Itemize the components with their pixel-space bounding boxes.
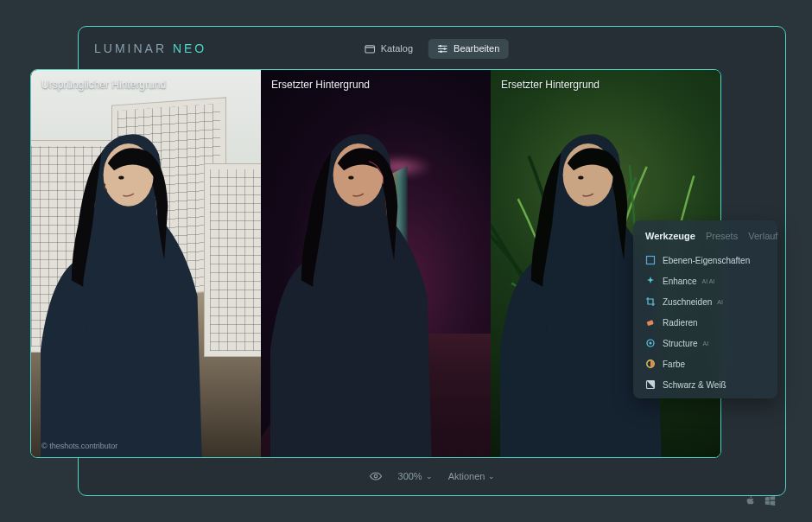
comparison-canvas: Ursprünglicher Hintergrund © theshots.co… [30, 69, 721, 458]
tool-label: Ebenen-Eigenschaften [663, 256, 750, 265]
panel-original: Ursprünglicher Hintergrund © theshots.co… [31, 70, 261, 457]
tools-panel: Werkzeuge Presets Verlauf Ebenen-Eigensc… [633, 220, 777, 398]
svg-point-6 [118, 175, 124, 179]
tool-label: Schwarz & Weiß [663, 380, 726, 390]
apple-icon [745, 494, 756, 510]
zoom-control[interactable]: 300% ⌄ [398, 471, 433, 481]
svg-point-10 [578, 175, 583, 179]
app-logo: LUMINAR NEO [94, 41, 206, 55]
tool-bw[interactable]: Schwarz & Weiß [633, 374, 777, 395]
actions-menu[interactable]: Aktionen ⌄ [448, 471, 496, 481]
folder-icon [365, 43, 376, 54]
tab-edit[interactable]: Bearbeiten [428, 39, 508, 59]
subject-person [270, 101, 449, 457]
color-icon [645, 359, 656, 369]
os-compatibility-icons [745, 494, 776, 510]
ai-badge: AI AI [701, 278, 714, 284]
actions-label: Aktionen [448, 471, 485, 481]
mode-tabs: Katalog Bearbeiten [356, 39, 509, 59]
tab-catalog-label: Katalog [381, 43, 413, 54]
logo-subbrand: NEO [173, 41, 206, 55]
windows-icon [764, 494, 776, 510]
ai-badge: AI [703, 341, 709, 347]
tools-tab-tools[interactable]: Werkzeuge [645, 231, 695, 241]
svg-point-2 [444, 48, 447, 50]
structure-icon [645, 338, 656, 348]
tool-label: Radieren [663, 318, 698, 328]
sliders-icon [437, 43, 448, 54]
svg-point-3 [441, 50, 443, 53]
panel-replaced-2-label: Ersetzter Hintergrund [501, 79, 599, 91]
svg-point-1 [440, 44, 442, 47]
tools-panel-tabs: Werkzeuge Presets Verlauf [633, 231, 777, 250]
tool-color[interactable]: Farbe [633, 353, 777, 374]
tool-label: Structure [663, 339, 698, 348]
layers-icon [645, 255, 656, 265]
tool-enhance[interactable]: Enhance AI AI [633, 271, 777, 291]
logo-brand: LUMINAR [94, 41, 167, 55]
tool-label: Enhance [663, 277, 696, 286]
panel-replaced-1: Ersetzter Hintergrund [261, 70, 491, 457]
tab-catalog[interactable]: Katalog [356, 39, 422, 59]
svg-point-4 [374, 474, 377, 478]
eraser-icon [645, 317, 656, 328]
subject-person [41, 101, 219, 457]
zoom-value: 300% [398, 471, 422, 481]
tools-tab-presets[interactable]: Presets [706, 231, 738, 241]
ai-badge: AI [717, 299, 723, 305]
crop-icon [645, 296, 656, 307]
svg-rect-11 [647, 257, 655, 264]
svg-point-8 [348, 175, 353, 179]
svg-rect-12 [647, 320, 654, 326]
tool-label: Farbe [663, 360, 685, 369]
svg-rect-0 [365, 45, 375, 52]
sparkle-icon [645, 276, 656, 286]
tool-label: Zuschneiden [663, 297, 712, 307]
tool-erase[interactable]: Radieren [633, 312, 777, 333]
svg-point-14 [650, 342, 652, 345]
tab-edit-label: Bearbeiten [454, 43, 499, 54]
panel-original-label: Ursprünglicher Hintergrund [41, 79, 166, 91]
image-attribution: © theshots.contributor [41, 442, 117, 450]
bw-icon [645, 379, 656, 390]
visibility-toggle[interactable] [369, 469, 383, 483]
panel-replaced-1-label: Ersetzter Hintergrund [271, 79, 370, 91]
tools-tab-history[interactable]: Verlauf [748, 231, 777, 241]
tool-crop[interactable]: Zuschneiden AI [633, 291, 777, 312]
tool-structure[interactable]: Structure AI [633, 333, 777, 353]
eye-icon [369, 469, 383, 483]
app-header: LUMINAR NEO Katalog Bearbeiten [79, 27, 785, 70]
chevron-down-icon: ⌄ [488, 472, 495, 481]
chevron-down-icon: ⌄ [426, 472, 433, 481]
bottom-bar: 300% ⌄ Aktionen ⌄ [79, 466, 785, 487]
tool-layer-properties[interactable]: Ebenen-Eigenschaften [633, 250, 777, 271]
